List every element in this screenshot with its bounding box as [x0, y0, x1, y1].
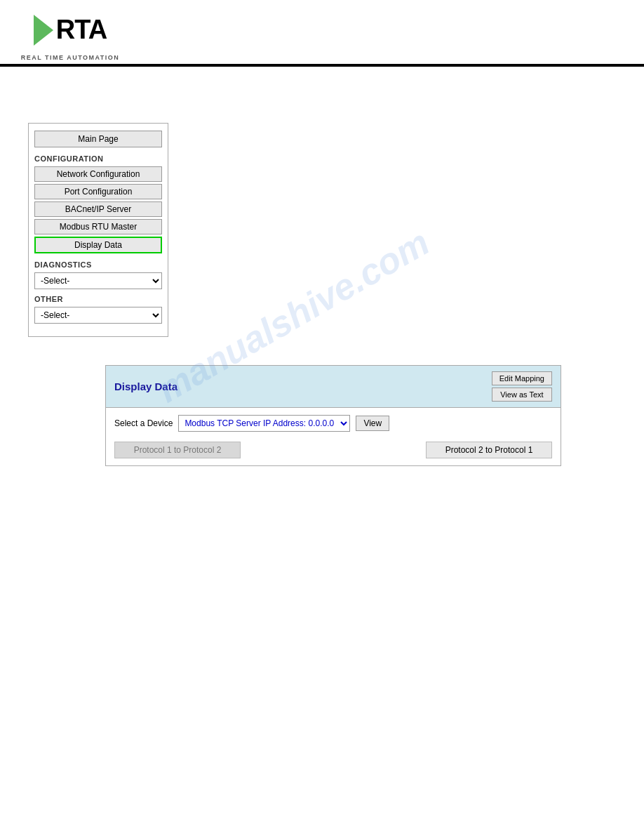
select-device-row: Select a Device Modbus TCP Server IP Add…: [114, 415, 552, 432]
bacnet-button[interactable]: BACnet/IP Server: [34, 201, 162, 217]
port-config-button[interactable]: Port Configuration: [34, 184, 162, 199]
display-data-action-buttons: Edit Mapping View as Text: [492, 371, 552, 402]
protocol1-to-2-button[interactable]: Protocol 1 to Protocol 2: [114, 442, 241, 458]
other-section-label: OTHER: [34, 295, 162, 303]
diagnostics-select[interactable]: -Select-: [34, 272, 162, 289]
header: RTA REAL TIME AUTOMATION: [0, 0, 644, 61]
view-as-text-button[interactable]: View as Text: [492, 388, 552, 402]
display-data-panel: Display Data Edit Mapping View as Text S…: [105, 365, 561, 466]
logo-container: RTA REAL TIME AUTOMATION: [14, 7, 126, 61]
logo-box: RTA: [14, 7, 126, 53]
display-data-button[interactable]: Display Data: [34, 237, 162, 253]
main-page-button[interactable]: Main Page: [34, 131, 162, 147]
network-config-button[interactable]: Network Configuration: [34, 166, 162, 182]
configuration-section-label: CONFIGURATION: [34, 154, 162, 163]
select-device-label: Select a Device: [114, 418, 173, 428]
view-button[interactable]: View: [356, 416, 389, 431]
protocol2-to-1-button[interactable]: Protocol 2 to Protocol 1: [426, 442, 552, 458]
device-select[interactable]: Modbus TCP Server IP Address: 0.0.0.0: [178, 415, 350, 432]
edit-mapping-button[interactable]: Edit Mapping: [492, 371, 552, 385]
nav-panel: Main Page CONFIGURATION Network Configur…: [28, 123, 168, 337]
logo-text: RTA: [56, 15, 107, 45]
other-select[interactable]: -Select-: [34, 307, 162, 324]
display-data-title: Display Data: [114, 380, 177, 392]
modbus-button[interactable]: Modbus RTU Master: [34, 219, 162, 234]
main-content: Main Page CONFIGURATION Network Configur…: [0, 67, 644, 480]
diagnostics-section-label: DIAGNOSTICS: [34, 260, 162, 269]
logo-arrow-icon: [34, 15, 53, 46]
protocol-buttons-row: Protocol 1 to Protocol 2 Protocol 2 to P…: [114, 442, 552, 458]
display-data-body: Select a Device Modbus TCP Server IP Add…: [106, 408, 561, 465]
display-data-header: Display Data Edit Mapping View as Text: [106, 366, 561, 408]
logo-subtitle: REAL TIME AUTOMATION: [21, 54, 120, 61]
logo-rta: RTA: [34, 15, 107, 46]
